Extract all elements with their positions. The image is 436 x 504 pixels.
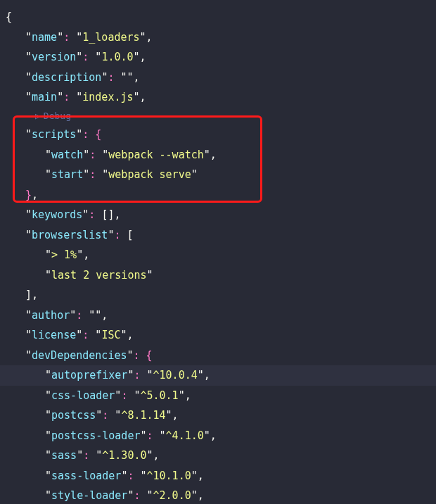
- line-start[interactable]: "start": "webpack serve": [6, 165, 430, 185]
- val-cssloader: ^5.0.1: [140, 389, 178, 402]
- line-sass[interactable]: "sass": "^1.30.0",: [6, 446, 430, 466]
- line-browserslist-open[interactable]: "browserslist": [: [6, 225, 430, 246]
- val-sass: ^1.30.0: [102, 449, 146, 462]
- key-sass: sass: [51, 449, 77, 462]
- key-description: description: [32, 71, 101, 84]
- line-author[interactable]: "author": "",: [6, 305, 430, 326]
- key-version: version: [32, 51, 76, 63]
- key-name: name: [32, 31, 57, 44]
- key-sassloader: sass-loader: [51, 470, 121, 482]
- val-main: index.js: [82, 91, 133, 103]
- key-autoprefixer: autoprefixer: [51, 369, 127, 382]
- key-postcssloader: postcss-loader: [51, 429, 140, 442]
- val-version: 1.0.0: [101, 51, 133, 63]
- key-start: start: [51, 168, 83, 181]
- val-name: 1_loaders: [82, 31, 139, 44]
- key-scripts: scripts: [32, 128, 76, 141]
- val-bl-1: last 2 versions: [51, 269, 146, 282]
- line-scripts-close[interactable]: },: [6, 185, 430, 206]
- line-keywords[interactable]: "keywords": [],: [6, 205, 430, 225]
- val-postcss: ^8.1.14: [121, 409, 165, 422]
- line-postcss[interactable]: "postcss": "^8.1.14",: [6, 405, 430, 426]
- line-description[interactable]: "description": "",: [6, 68, 430, 88]
- key-browserslist: browserslist: [32, 229, 108, 241]
- line-bl-1[interactable]: "last 2 versions": [6, 265, 430, 286]
- val-watch: webpack --watch: [108, 149, 203, 161]
- key-styleloader: style-loader: [51, 489, 127, 502]
- line-watch[interactable]: "watch": "webpack --watch",: [6, 145, 430, 165]
- val-postcssloader: ^4.1.0: [166, 429, 204, 442]
- val-license: ISC: [101, 329, 120, 341]
- line-main[interactable]: "main": "index.js",: [6, 87, 430, 108]
- key-license: license: [32, 329, 76, 341]
- val-autoprefixer: ^10.0.4: [153, 369, 198, 382]
- key-devdeps: devDependencies: [32, 349, 127, 362]
- line-open-brace[interactable]: {: [6, 7, 430, 27]
- line-autoprefixer[interactable]: "autoprefixer": "^10.0.4",: [6, 365, 430, 386]
- line-sassloader[interactable]: "sass-loader": "^10.1.0",: [6, 466, 430, 486]
- key-keywords: keywords: [32, 208, 82, 221]
- debug-codelens[interactable]: ▷Debug: [6, 108, 430, 125]
- key-watch: watch: [51, 149, 83, 161]
- val-start: webpack serve: [108, 168, 191, 181]
- val-styleloader: ^2.0.0: [153, 489, 191, 502]
- line-cssloader[interactable]: "css-loader": "^5.0.1",: [6, 386, 430, 406]
- line-browserslist-close[interactable]: ],: [6, 285, 430, 305]
- val-bl-0: > 1%: [51, 248, 77, 261]
- val-sassloader: ^10.1.0: [147, 470, 191, 482]
- key-cssloader: css-loader: [51, 389, 115, 402]
- key-postcss: postcss: [51, 409, 96, 422]
- line-postcssloader[interactable]: "postcss-loader": "^4.1.0",: [6, 426, 430, 446]
- line-name[interactable]: "name": "1_loaders",: [6, 27, 430, 48]
- line-scripts-open[interactable]: "scripts": {: [6, 125, 430, 145]
- line-license[interactable]: "license": "ISC",: [6, 325, 430, 346]
- line-devdeps-open[interactable]: "devDependencies": {: [6, 346, 430, 366]
- line-styleloader[interactable]: "style-loader": "^2.0.0",: [6, 486, 430, 504]
- play-icon: ▷: [35, 108, 41, 125]
- key-main: main: [32, 91, 57, 103]
- key-author: author: [32, 309, 70, 322]
- line-version[interactable]: "version": "1.0.0",: [6, 47, 430, 68]
- line-bl-0[interactable]: "> 1%",: [6, 245, 430, 265]
